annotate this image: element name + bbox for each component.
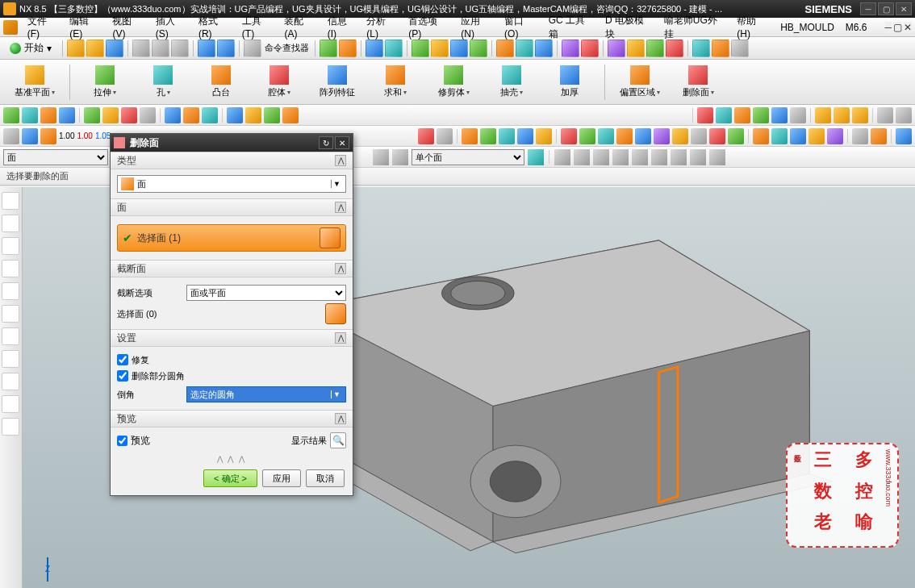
st10-icon[interactable] — [183, 107, 199, 123]
repair-checkbox[interactable] — [117, 354, 128, 365]
sb20-icon[interactable] — [728, 128, 744, 144]
rb-layers-icon[interactable] — [2, 373, 19, 390]
delete-face-button[interactable]: 删除面▾ — [670, 62, 726, 102]
menu-hbmould[interactable]: HB_MOULD — [775, 20, 839, 35]
tool-k-icon[interactable] — [535, 40, 553, 57]
dialog-reset-button[interactable]: ↻ — [319, 136, 333, 149]
st16-icon[interactable] — [697, 107, 713, 123]
sb10-icon[interactable] — [536, 128, 552, 144]
sb5-icon[interactable] — [437, 128, 453, 144]
tool-h-icon[interactable] — [470, 40, 487, 57]
st23-icon[interactable] — [834, 107, 850, 123]
st8-icon[interactable] — [140, 107, 156, 123]
preview-checkbox[interactable] — [117, 436, 127, 446]
mdi-restore-button[interactable]: ▢ — [893, 22, 902, 33]
tool-e-icon[interactable] — [412, 40, 429, 57]
ok-button[interactable]: < 确定 > — [203, 469, 257, 487]
menu-help[interactable]: 帮助(H) — [732, 13, 774, 41]
snap-6-icon[interactable] — [651, 149, 667, 165]
st7-icon[interactable] — [121, 107, 137, 123]
chamfer-combo[interactable]: 选定的圆角 ▼ — [186, 386, 346, 402]
tool-c-icon[interactable] — [366, 40, 383, 57]
offset-region-button[interactable]: 偏置区域▾ — [612, 62, 668, 102]
section-face-header[interactable]: 面 ⋀ — [111, 198, 353, 216]
sb22-icon[interactable] — [771, 128, 788, 144]
section-cap-header[interactable]: 截断面 ⋀ — [111, 260, 353, 277]
sb12-icon[interactable] — [579, 128, 595, 144]
st3-icon[interactable] — [40, 107, 56, 123]
tool-g-icon[interactable] — [450, 40, 468, 57]
sb6-icon[interactable] — [462, 128, 478, 144]
st22-icon[interactable] — [815, 107, 831, 123]
datum-plane-button[interactable]: 基准平面▾ — [6, 62, 63, 102]
rb-roles-icon[interactable] — [2, 305, 19, 323]
sb24-icon[interactable] — [808, 128, 825, 144]
menu-window[interactable]: 窗口(O) — [499, 13, 542, 41]
collapse-icon[interactable]: ⋀ — [335, 263, 346, 274]
menu-electrode[interactable]: D 电极模块 — [600, 12, 658, 43]
sb16-icon[interactable] — [654, 128, 670, 144]
sb8-icon[interactable] — [499, 128, 515, 144]
menu-prefs[interactable]: 首选项(P) — [403, 13, 454, 41]
st19-icon[interactable] — [753, 107, 769, 123]
snap-3-icon[interactable] — [593, 149, 609, 165]
st12-icon[interactable] — [227, 107, 243, 123]
sb14-icon[interactable] — [616, 128, 633, 144]
mdi-minimize-button[interactable]: ─ — [885, 22, 892, 33]
st9-icon[interactable] — [165, 107, 181, 123]
open-icon[interactable] — [86, 40, 104, 57]
tool-j-icon[interactable] — [516, 40, 533, 57]
cancel-button[interactable]: 取消 — [306, 469, 345, 487]
menu-gctools[interactable]: GC 工具箱 — [544, 12, 599, 43]
menu-assembly[interactable]: 装配(A) — [279, 13, 320, 41]
paste-icon[interactable] — [171, 40, 189, 57]
st21-icon[interactable] — [790, 107, 806, 123]
dialog-close-button[interactable]: ✕ — [335, 136, 349, 149]
st15-icon[interactable] — [282, 107, 299, 123]
collapse-icon[interactable]: ⋀ — [335, 413, 346, 424]
hole-button[interactable]: 孔▾ — [135, 62, 191, 102]
filter-type-select[interactable]: 面 — [3, 149, 108, 165]
snap-1-icon[interactable] — [554, 149, 570, 165]
rb-assy-icon[interactable] — [2, 237, 19, 255]
st14-icon[interactable] — [264, 107, 280, 123]
section-settings-header[interactable]: 设置 ⋀ — [111, 329, 353, 347]
sb11-icon[interactable] — [561, 128, 577, 144]
menu-tools[interactable]: 工具(T) — [237, 13, 278, 41]
st13-icon[interactable] — [245, 107, 261, 123]
tool-n-icon[interactable] — [608, 40, 625, 57]
tool-l-icon[interactable] — [562, 40, 579, 57]
sb1-icon[interactable] — [3, 128, 19, 144]
rb-misc1-icon[interactable] — [2, 395, 19, 413]
sb23-icon[interactable] — [790, 128, 806, 144]
st17-icon[interactable] — [716, 107, 732, 123]
sb18-icon[interactable] — [691, 128, 707, 144]
menu-apps[interactable]: 应用(N) — [456, 13, 498, 41]
select-face-row[interactable]: ✔ 选择面 (1) — [117, 224, 346, 252]
st2-icon[interactable] — [22, 107, 38, 123]
rb-navigator-icon[interactable] — [2, 192, 19, 210]
snap-4-icon[interactable] — [612, 149, 629, 165]
sel-go-icon[interactable] — [528, 149, 544, 165]
undo-icon[interactable] — [198, 40, 215, 57]
tool-i-icon[interactable] — [496, 40, 514, 57]
tool-b-icon[interactable] — [339, 40, 357, 57]
st1-icon[interactable] — [3, 107, 19, 123]
collapse-icon[interactable]: ⋀ — [335, 202, 346, 213]
tool-q-icon[interactable] — [666, 40, 683, 57]
sel-a-icon[interactable] — [373, 149, 389, 165]
menu-analysis[interactable]: 分析(L) — [361, 13, 402, 41]
menu-file[interactable]: 文件(F) — [23, 13, 64, 41]
section-preview-header[interactable]: 预览 ⋀ — [111, 410, 353, 427]
tool-d-icon[interactable] — [385, 40, 403, 57]
sb9-icon[interactable] — [517, 128, 533, 144]
finder-icon[interactable] — [244, 40, 261, 57]
save-icon[interactable] — [106, 40, 123, 57]
redo-icon[interactable] — [217, 40, 235, 57]
st4-icon[interactable] — [59, 107, 75, 123]
sb28-icon[interactable] — [896, 128, 912, 144]
rb-clock-icon[interactable] — [2, 350, 19, 368]
tool-t-icon[interactable] — [731, 40, 749, 57]
tool-m-icon[interactable] — [581, 40, 599, 57]
st20-icon[interactable] — [771, 107, 788, 123]
